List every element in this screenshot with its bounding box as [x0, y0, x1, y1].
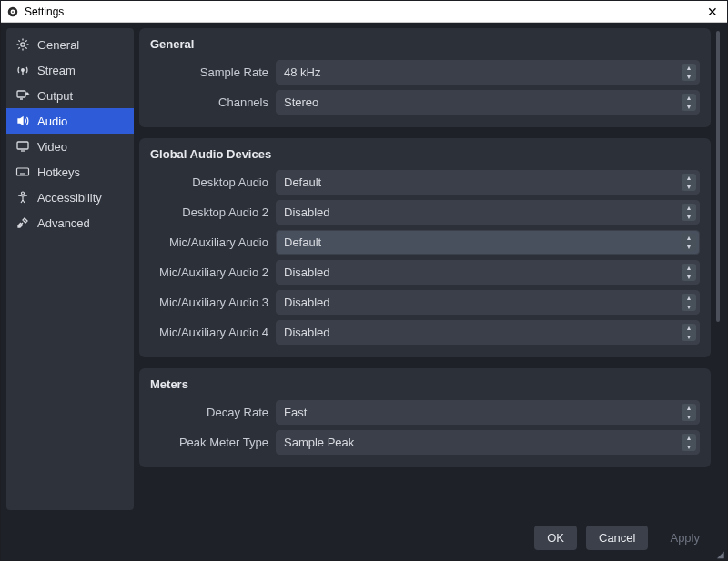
select-peak-meter-type[interactable]: Sample Peak ▲▼ — [276, 430, 700, 455]
select-value: Fast — [284, 406, 307, 419]
select-mic-aux-2[interactable]: Disabled ▲▼ — [276, 260, 700, 285]
sidebar-item-label: Stream — [37, 64, 76, 77]
label-desktop-audio-2: Desktop Audio 2 — [150, 205, 268, 219]
close-icon[interactable]: ✕ — [703, 5, 722, 19]
sidebar-item-audio[interactable]: Audio — [6, 108, 134, 134]
footer: OK Cancel Apply — [6, 520, 722, 555]
select-sample-rate[interactable]: 48 kHz ▲▼ — [276, 60, 700, 85]
row-mic-aux-4: Mic/Auxiliary Audio 4 Disabled ▲▼ — [150, 320, 700, 345]
row-mic-aux-2: Mic/Auxiliary Audio 2 Disabled ▲▼ — [150, 260, 700, 285]
gear-icon — [15, 37, 30, 52]
select-decay-rate[interactable]: Fast ▲▼ — [276, 400, 700, 425]
row-desktop-audio: Desktop Audio Default ▲▼ — [150, 170, 700, 195]
svg-rect-7 — [17, 168, 29, 175]
sidebar-item-accessibility[interactable]: Accessibility — [6, 185, 134, 210]
stepper-icon[interactable]: ▲▼ — [682, 234, 696, 251]
label-mic-aux: Mic/Auxiliary Audio — [150, 235, 268, 249]
label-mic-aux-4: Mic/Auxiliary Audio 4 — [150, 326, 268, 339]
select-desktop-audio-2[interactable]: Disabled ▲▼ — [276, 200, 700, 225]
sidebar: General Stream Output — [6, 28, 134, 510]
monitor-icon — [15, 139, 30, 154]
sidebar-item-general[interactable]: General — [6, 32, 134, 57]
section-title: General — [150, 37, 700, 51]
stepper-icon[interactable]: ▲▼ — [682, 174, 696, 191]
label-channels: Channels — [150, 95, 268, 109]
titlebar: Settings ✕ — [1, 1, 727, 23]
section-title: Global Audio Devices — [150, 147, 700, 161]
svg-point-2 — [12, 11, 14, 13]
row-desktop-audio-2: Desktop Audio 2 Disabled ▲▼ — [150, 200, 700, 225]
keyboard-icon — [15, 165, 30, 179]
sidebar-item-label: Hotkeys — [37, 165, 80, 179]
sidebar-item-hotkeys[interactable]: Hotkeys — [6, 159, 134, 185]
sidebar-item-output[interactable]: Output — [6, 83, 134, 108]
select-mic-aux-4[interactable]: Disabled ▲▼ — [276, 320, 700, 345]
row-sample-rate: Sample Rate 48 kHz ▲▼ — [150, 60, 700, 85]
scrollbar-thumb[interactable] — [716, 31, 720, 322]
row-mic-aux-3: Mic/Auxiliary Audio 3 Disabled ▲▼ — [150, 290, 700, 315]
antenna-icon — [15, 63, 30, 77]
select-value: Default — [284, 175, 321, 189]
select-value: Disabled — [284, 296, 330, 309]
select-value: Disabled — [284, 265, 330, 279]
audio-icon — [15, 114, 30, 128]
content-wrap: General Sample Rate 48 kHz ▲▼ Channels S — [139, 28, 722, 518]
stepper-icon[interactable]: ▲▼ — [682, 64, 696, 81]
select-value: Disabled — [284, 205, 330, 219]
output-icon — [15, 88, 30, 103]
select-mic-aux[interactable]: Default ▲▼ — [276, 230, 700, 255]
select-value: Stereo — [284, 95, 318, 109]
stepper-icon[interactable]: ▲▼ — [682, 324, 696, 341]
row-decay-rate: Decay Rate Fast ▲▼ — [150, 400, 700, 425]
select-value: 48 kHz — [284, 65, 320, 79]
scrollbar[interactable] — [714, 28, 722, 476]
select-mic-aux-3[interactable]: Disabled ▲▼ — [276, 290, 700, 315]
apply-button[interactable]: Apply — [657, 526, 713, 550]
label-sample-rate: Sample Rate — [150, 65, 268, 79]
stepper-icon[interactable]: ▲▼ — [682, 264, 696, 281]
main-area: General Stream Output — [6, 28, 722, 518]
sidebar-item-label: Accessibility — [37, 191, 102, 205]
stepper-icon[interactable]: ▲▼ — [682, 294, 696, 311]
section-global-audio-devices: Global Audio Devices Desktop Audio Defau… — [139, 138, 711, 357]
tools-icon — [15, 215, 30, 230]
svg-rect-5 — [17, 91, 25, 97]
select-value: Default — [284, 235, 321, 249]
window-title: Settings — [25, 5, 703, 18]
select-desktop-audio[interactable]: Default ▲▼ — [276, 170, 700, 195]
resize-grip-icon[interactable]: ◢ — [717, 550, 726, 559]
svg-rect-6 — [17, 142, 28, 149]
row-peak-meter-type: Peak Meter Type Sample Peak ▲▼ — [150, 430, 700, 455]
svg-point-8 — [22, 192, 25, 195]
select-value: Disabled — [284, 326, 330, 339]
section-title: Meters — [150, 377, 700, 391]
sidebar-item-label: Video — [37, 140, 67, 154]
svg-point-3 — [21, 43, 25, 46]
label-desktop-audio: Desktop Audio — [150, 175, 268, 189]
stepper-icon[interactable]: ▲▼ — [682, 204, 696, 221]
accessibility-icon — [15, 190, 30, 205]
sidebar-item-label: Audio — [37, 115, 67, 128]
row-channels: Channels Stereo ▲▼ — [150, 90, 700, 115]
settings-content: General Sample Rate 48 kHz ▲▼ Channels S — [139, 28, 714, 476]
settings-window: Settings ✕ General Stream — [0, 0, 728, 561]
stepper-icon[interactable]: ▲▼ — [682, 434, 696, 451]
sidebar-item-video[interactable]: Video — [6, 134, 134, 159]
sidebar-item-label: Advanced — [37, 216, 90, 230]
window-body: General Stream Output — [1, 23, 727, 560]
cancel-button[interactable]: Cancel — [586, 526, 648, 550]
select-channels[interactable]: Stereo ▲▼ — [276, 90, 700, 115]
label-mic-aux-2: Mic/Auxiliary Audio 2 — [150, 265, 268, 279]
section-meters: Meters Decay Rate Fast ▲▼ Peak Meter Typ… — [139, 368, 711, 467]
ok-button[interactable]: OK — [534, 526, 577, 550]
svg-point-4 — [22, 69, 25, 72]
stepper-icon[interactable]: ▲▼ — [682, 94, 696, 111]
stepper-icon[interactable]: ▲▼ — [682, 404, 696, 421]
sidebar-item-stream[interactable]: Stream — [6, 57, 134, 83]
sidebar-item-label: General — [37, 38, 79, 52]
sidebar-item-advanced[interactable]: Advanced — [6, 210, 134, 235]
label-mic-aux-3: Mic/Auxiliary Audio 3 — [150, 296, 268, 309]
app-icon — [6, 5, 19, 18]
section-general: General Sample Rate 48 kHz ▲▼ Channels S — [139, 28, 711, 127]
label-decay-rate: Decay Rate — [150, 406, 268, 419]
